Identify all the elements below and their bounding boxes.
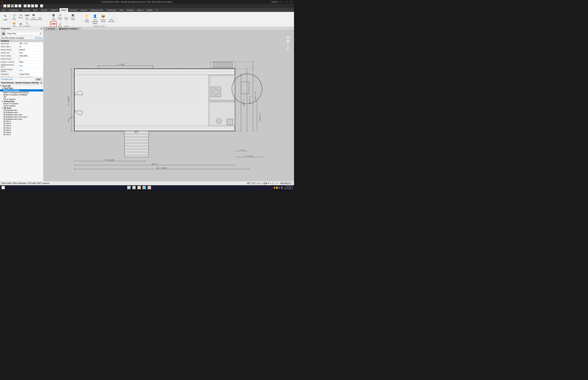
qa-settings[interactable]: ⚙ <box>31 4 34 8</box>
app-logo[interactable]: R <box>1 1 3 3</box>
tab-steel[interactable]: Steel <box>32 8 39 12</box>
link-cad-button[interactable]: CAD Link CAD <box>24 13 30 21</box>
browser-item[interactable]: 3D Exploded view 2 <box>0 112 43 114</box>
load-as-group-button[interactable]: 📦 Load as Group <box>99 13 107 23</box>
import-pdf2-button[interactable]: 📄 Import PDF <box>63 21 69 27</box>
zoom-in-btn[interactable]: + <box>286 36 290 39</box>
point-cloud-button[interactable]: ☁ Point Cloud <box>18 21 24 27</box>
tab-collaborate[interactable]: Collaborate <box>105 8 118 12</box>
modify-button[interactable]: ✎ Modify <box>1 13 9 21</box>
tab-addins[interactable]: Add-Ins <box>135 8 145 12</box>
zoom-fit-btn[interactable]: ⊡ <box>286 43 290 47</box>
model-selector[interactable]: Main Model ▼ <box>279 182 293 185</box>
browser-item[interactable]: 3D View 2 <box>0 122 43 125</box>
import-cad-button[interactable]: CAD Import CAD <box>50 21 57 27</box>
tab-close-icon[interactable]: ✕ <box>78 28 80 30</box>
prop-parts-vis-value[interactable]: Show Both <box>19 55 43 57</box>
prop-view-scale-value[interactable]: 3/8" = 1'-0" <box>19 42 43 45</box>
browser-item[interactable]: Bottom of container <box>0 103 43 105</box>
tab-bottom-of-container[interactable]: ▦ Bottom of container ✕ <box>57 27 81 30</box>
insert-from-file-button[interactable]: 📄 Insert from File <box>107 13 115 23</box>
qa-dropdown[interactable]: ▼ <box>40 4 43 8</box>
browser-item[interactable]: Bottom of container <box>0 89 43 92</box>
browser-item[interactable]: Bottom of container PLUMBING <box>0 94 43 96</box>
type-selector[interactable]: Floor Plan ▼ <box>7 32 42 35</box>
tab-manage[interactable]: Manage <box>125 8 135 12</box>
taskbar-browser[interactable]: 🌐 <box>142 186 146 190</box>
tab-3d-view-6[interactable]: ⬡ 3D View 6 <box>43 27 57 30</box>
view-cube-btn[interactable]: ⬡ <box>286 47 290 50</box>
browser-item[interactable]: Site <box>0 96 43 98</box>
browser-item[interactable]: ▼ Ceiling Plans <box>0 100 43 103</box>
help-icon[interactable]: ? <box>279 1 280 3</box>
dwf-markup-button[interactable]: 📄 DWF Markup <box>37 13 43 21</box>
minimize-btn[interactable]: ─ <box>282 1 285 3</box>
qa-undo[interactable]: ↩ <box>15 4 18 8</box>
graphics-section[interactable]: Graphics <box>0 39 43 42</box>
import-gbxml-button[interactable]: 📊 Import gbXML <box>57 21 63 27</box>
browser-item[interactable]: 3D View 5 <box>0 129 43 131</box>
qa-measure[interactable]: 📏 <box>23 4 27 8</box>
load-autodesk-family-button[interactable]: 👤 Load Autodesk Family <box>91 13 99 25</box>
show-desktop-btn[interactable] <box>292 186 293 190</box>
qa-print[interactable]: 🖨 <box>35 4 38 8</box>
tab-file[interactable]: File <box>1 8 7 12</box>
browser-item[interactable]: 3D View 3 <box>0 125 43 127</box>
prop-orientation-value[interactable]: Project North <box>19 73 43 76</box>
import-pdf-button[interactable]: 📄 Import PDF <box>63 13 69 21</box>
browser-item[interactable]: Top of container <box>0 105 43 107</box>
tab-insert[interactable]: Insert <box>59 8 68 12</box>
taskbar-explorer[interactable]: 📁 <box>137 186 141 190</box>
link-topography-button[interactable]: 🗺 Link Topography <box>30 13 37 21</box>
browser-item[interactable]: 3D View 7 <box>0 133 43 136</box>
tab-structure[interactable]: Structure <box>20 8 32 12</box>
edit-type-link[interactable]: Edit Type <box>35 37 42 39</box>
qa-annotate[interactable]: 🖊 <box>27 4 31 8</box>
taskbar-search[interactable]: 🔍 <box>127 186 131 190</box>
prop-rotation-value[interactable]: None <box>19 60 43 63</box>
tab-analyze[interactable]: Analyze <box>79 8 89 12</box>
tab-view[interactable]: View <box>118 8 125 12</box>
link-revit-button[interactable]: 🔗 Link Revit <box>11 13 17 21</box>
prop-display-model-value[interactable]: Normal <box>19 48 43 51</box>
browser-item[interactable]: ▼ 3D Views <box>0 107 43 109</box>
maximize-btn[interactable]: □ <box>286 1 288 3</box>
browser-item[interactable]: Bottom of container ELECTRICAL <box>0 92 43 94</box>
tab-architecture[interactable]: Architecture <box>7 8 20 12</box>
tab-massing[interactable]: Massing & Site <box>89 8 105 12</box>
taskbar-chat[interactable]: 💬 <box>132 186 136 190</box>
browser-item[interactable]: 3D View 6 <box>0 131 43 133</box>
import-image-button[interactable]: 🖼 Import Image <box>70 13 76 21</box>
prop-detail-num-value[interactable]: 1 <box>19 57 43 60</box>
prop-graphic-display-btn[interactable]: Edit... <box>19 68 43 73</box>
qa-redo[interactable]: ↪ <box>18 4 22 8</box>
prop-detail-level-value[interactable]: Fine <box>19 51 43 54</box>
tab-precast[interactable]: Precast <box>39 8 49 12</box>
tab-context[interactable]: ⊡ <box>154 8 159 12</box>
browser-item[interactable]: 3D Exploded view Copy 1 <box>0 118 43 120</box>
coordination-model-button[interactable]: 🔧 Coordination Model <box>24 21 30 27</box>
browser-item[interactable]: 3D View 1 <box>0 120 43 122</box>
tab-modify[interactable]: Modify <box>145 8 154 12</box>
canvas-area[interactable]: DN 7' - 1 5/32" <box>43 31 294 181</box>
load-family-button[interactable]: 📁 Load Family <box>83 13 91 23</box>
qa-save[interactable]: 💾 <box>11 4 14 8</box>
browser-item[interactable]: ▼ Views (all) <box>0 85 43 87</box>
qa-new[interactable]: 📄 <box>3 4 7 8</box>
zoom-out-btn[interactable]: − <box>286 39 290 43</box>
props-help-link[interactable]: Properties help <box>1 78 12 80</box>
browser-item[interactable]: 3D View 4 <box>0 127 43 129</box>
browser-item[interactable]: 3D Exploded view 2 new Copy 1 <box>0 116 43 118</box>
properties-close-btn[interactable]: ✕ <box>40 27 42 30</box>
link-image-button[interactable]: 🖼 Link Image <box>50 13 57 21</box>
browser-item[interactable]: ▼ Floor Plans <box>0 87 43 89</box>
tab-systems[interactable]: Systems <box>49 8 59 12</box>
props-apply-btn[interactable]: Apply <box>35 78 42 81</box>
decal-button[interactable]: 🎨 Decal <box>11 21 17 27</box>
browser-close-btn[interactable]: ✕ <box>40 82 42 84</box>
close-btn[interactable]: ✕ <box>290 1 293 3</box>
prop-scale-num[interactable]: 32 <box>19 45 43 48</box>
qa-open[interactable]: 📂 <box>7 4 10 8</box>
manage-links-button[interactable]: 🔗 Manage Links <box>57 13 63 21</box>
link-ifc-button[interactable]: 🔗 Link IFC <box>18 13 24 19</box>
